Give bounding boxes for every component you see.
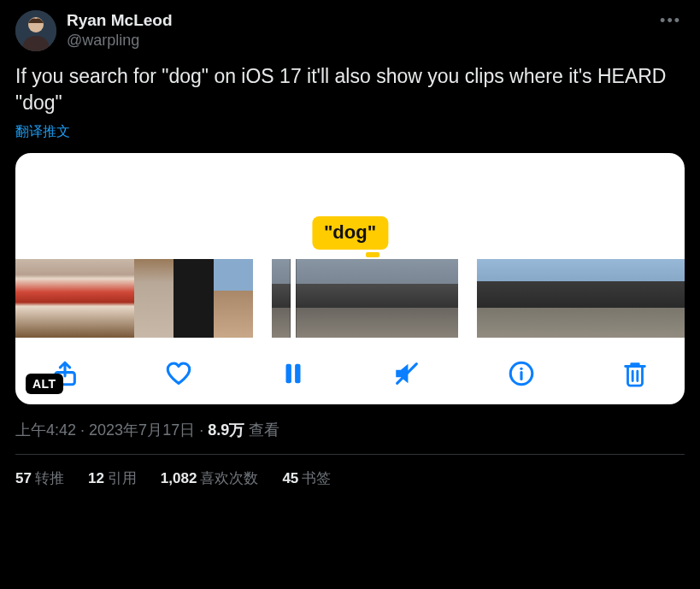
svg-rect-4 (295, 364, 300, 384)
caption-tick (366, 252, 379, 257)
pause-icon[interactable] (276, 356, 310, 391)
media-toolbar (15, 356, 685, 391)
tweet-meta: 上午4:42 · 2023年7月17日 · 8.9万 查看 (15, 420, 685, 440)
thumbnail (623, 259, 660, 338)
media-whitespace (15, 153, 685, 218)
clip-group-3[interactable] (477, 259, 685, 338)
tweet-time[interactable]: 上午4:42 (15, 421, 76, 439)
tweet-date[interactable]: 2023年7月17日 (89, 421, 195, 439)
clip-group-2[interactable] (272, 259, 458, 338)
engagement-row: 57转推 12引用 1,082喜欢次数 45书签 (15, 468, 685, 488)
author-name[interactable]: Ryan McLeod (67, 10, 173, 31)
svg-point-7 (520, 368, 522, 370)
thumbnail (586, 259, 623, 338)
info-icon[interactable] (504, 356, 538, 391)
clip-group-1[interactable] (15, 259, 253, 338)
thumbnail (477, 259, 514, 338)
thumbnail (384, 259, 421, 338)
thumbnail (309, 259, 347, 338)
mute-icon[interactable] (390, 356, 424, 391)
thumbnail (346, 259, 384, 338)
tweet-text: If you search for "dog" on iOS 17 it'll … (15, 63, 685, 116)
thumbnail (15, 259, 55, 338)
thumbnail (421, 259, 458, 338)
retweets[interactable]: 57转推 (15, 468, 64, 488)
media-card[interactable]: "dog" (15, 153, 685, 404)
quotes[interactable]: 12引用 (88, 468, 137, 488)
translate-link[interactable]: 翻译推文 (15, 123, 685, 141)
thumbnail (134, 259, 174, 338)
more-icon[interactable]: ••• (660, 12, 681, 30)
likes[interactable]: 1,082喜欢次数 (161, 468, 259, 488)
avatar[interactable] (15, 10, 56, 51)
thumbnail (174, 259, 213, 338)
thumbnail (55, 259, 94, 338)
author-block: Ryan McLeod @warpling (67, 10, 173, 50)
thumbnail (550, 259, 586, 338)
thumbnail (659, 259, 685, 338)
divider (15, 454, 685, 455)
timeline-strip (15, 259, 685, 338)
heart-icon[interactable] (162, 356, 196, 391)
svg-rect-3 (285, 364, 291, 384)
thumbnail (214, 259, 253, 338)
views-label: 查看 (249, 421, 279, 439)
avatar-image-placeholder (15, 10, 56, 51)
trash-icon[interactable] (618, 356, 652, 391)
caption-label: "dog" (312, 216, 388, 250)
playhead[interactable] (291, 259, 296, 338)
views-count: 8.9万 (208, 421, 244, 439)
alt-badge[interactable]: ALT (26, 374, 63, 394)
thumbnail (514, 259, 550, 338)
thumbnail (95, 259, 134, 338)
tweet-container: Ryan McLeod @warpling ••• If you search … (0, 0, 700, 498)
tweet-header: Ryan McLeod @warpling ••• (15, 10, 685, 51)
author-handle[interactable]: @warpling (67, 31, 173, 50)
bookmarks[interactable]: 45书签 (282, 468, 331, 488)
